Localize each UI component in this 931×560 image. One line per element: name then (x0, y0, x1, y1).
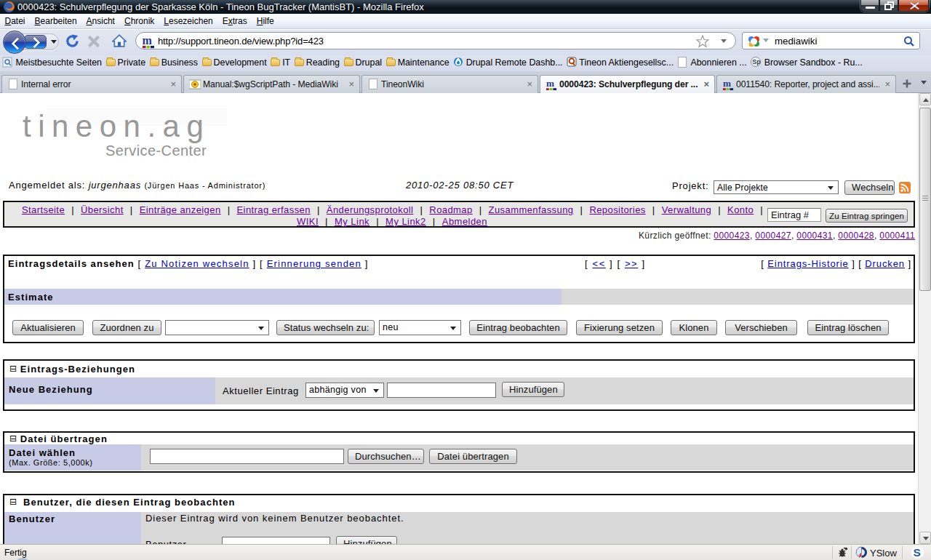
svg-text:Sp: Sp (752, 58, 761, 65)
svg-text:m: m (143, 35, 153, 47)
svg-text:S: S (914, 546, 921, 559)
svg-text:m: m (723, 79, 731, 89)
svg-text:m: m (546, 79, 554, 89)
